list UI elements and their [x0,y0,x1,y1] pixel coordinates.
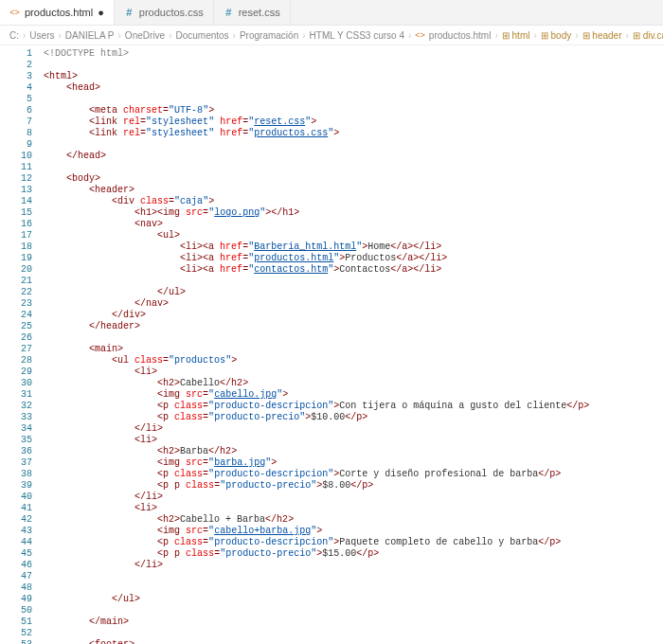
code-line[interactable]: <meta charset="UTF-8"> [44,105,663,116]
chevron-right-icon: › [233,30,236,41]
chevron-right-icon: › [408,30,411,41]
code-line[interactable]: <li><a href="productos.html">Productos</… [44,253,663,264]
code-line[interactable]: </header> [44,321,663,332]
breadcrumb-segment[interactable]: C: [9,30,19,41]
code-line[interactable] [44,605,663,617]
code-line[interactable]: <ul class="productos"> [44,355,663,367]
code-line[interactable]: </ul> [44,287,663,298]
code-line[interactable]: <header> [44,185,663,196]
code-line[interactable]: </ul> [44,594,663,605]
code-line[interactable] [44,276,663,287]
code-line[interactable]: <li> [44,367,663,378]
tab-reset-css[interactable]: #reset.css [214,0,291,25]
code-line[interactable]: <img src="cabello+barba.jpg"> [44,526,663,537]
code-line[interactable]: <link rel="stylesheet" href="productos.c… [44,128,663,139]
code-line[interactable]: </li> [44,560,663,571]
code-line[interactable]: <img src="cabello.jpg"> [44,389,663,401]
breadcrumb-symbol[interactable]: ⊞ body [541,30,571,41]
chevron-right-icon: › [118,30,121,41]
breadcrumb-symbol[interactable]: ⊞ div.caja [633,30,663,41]
code-line[interactable] [44,60,663,71]
chevron-right-icon: › [23,30,26,41]
code-line[interactable]: <p class="producto-descripcion">Paquete … [44,537,663,548]
code-area[interactable]: <!DOCTYPE html><html> <head> <meta chars… [40,45,663,644]
code-line[interactable]: <p class="producto-descripcion">Corte y … [44,469,663,480]
code-line[interactable] [44,332,663,344]
chevron-right-icon: › [494,30,497,41]
code-line[interactable] [44,139,663,151]
tab-productos-html[interactable]: <>productos.html● [0,0,115,25]
chevron-right-icon: › [626,30,629,41]
code-line[interactable]: <head> [44,82,663,94]
line-gutter: 1234567891011121314151617181920212223242… [0,45,40,644]
code-line[interactable] [44,162,663,173]
code-line[interactable]: <li> [44,503,663,514]
code-line[interactable]: <li> [44,435,663,446]
chevron-right-icon: › [302,30,305,41]
tab-label: productos.css [139,7,204,18]
code-line[interactable]: <h2>Barba</h2> [44,446,663,457]
breadcrumb: C: › Users › DANIELA P › OneDrive › Docu… [0,26,663,45]
code-line[interactable]: <h1><img src="logo.png"></h1> [44,207,663,219]
code-line[interactable]: <html> [44,71,663,82]
code-line[interactable]: <ul> [44,230,663,242]
code-line[interactable]: </li> [44,423,663,435]
code-line[interactable]: <p class="producto-descripcion">Con tije… [44,401,663,412]
code-line[interactable]: </nav> [44,298,663,310]
breadcrumb-segment[interactable]: Users [29,30,54,41]
breadcrumb-symbol[interactable]: ⊞ html [502,30,530,41]
code-line[interactable]: <li><a href="contactos.htm">Contactos</a… [44,264,663,276]
code-line[interactable]: <img src="barba.jpg"> [44,457,663,469]
breadcrumb-segment[interactable]: HTML Y CSS3 curso 4 [310,30,404,41]
chevron-right-icon: › [169,30,171,41]
breadcrumb-file[interactable]: productos.html [429,30,492,41]
code-line[interactable]: <p p class="producto-precio">$8.00</p> [44,480,663,492]
code-line[interactable] [44,571,663,582]
tab-label: productos.html [25,7,93,18]
html-file-icon: <> [9,8,20,18]
html-file-icon: <> [415,30,425,41]
code-line[interactable] [44,628,663,639]
code-line[interactable] [44,94,663,105]
breadcrumb-segment[interactable]: DANIELA P [65,30,115,41]
breadcrumb-segment[interactable]: Documentos [175,30,228,41]
chevron-right-icon: › [575,30,578,41]
code-line[interactable]: <nav> [44,219,663,230]
code-line[interactable]: </main> [44,617,663,628]
code-line[interactable]: </div> [44,310,663,321]
code-editor[interactable]: 1234567891011121314151617181920212223242… [0,45,663,644]
code-line[interactable]: <h2>Cabello</h2> [44,378,663,389]
tab-label: reset.css [239,7,280,18]
tab-productos-css[interactable]: #productos.css [115,0,214,25]
code-line[interactable]: </head> [44,151,663,162]
code-line[interactable]: <p class="producto-precio">$10.00</p> [44,412,663,423]
breadcrumb-segment[interactable]: Programación [240,30,298,41]
code-line[interactable]: <main> [44,344,663,355]
editor-tabs: <>productos.html●#productos.css#reset.cs… [0,0,663,26]
chevron-right-icon: › [533,30,536,41]
dirty-indicator-icon: ● [98,7,104,18]
code-line[interactable]: <div class="caja"> [44,196,663,207]
code-line[interactable]: <footer> [44,639,663,644]
css-file-icon: # [124,8,134,18]
code-line[interactable]: <li><a href="Barberia_html.html">Home</a… [44,242,663,253]
code-line[interactable]: </li> [44,492,663,503]
chevron-right-icon: › [58,30,61,41]
breadcrumb-segment[interactable]: OneDrive [125,30,165,41]
css-file-icon: # [224,8,234,18]
code-line[interactable]: <body> [44,173,663,185]
breadcrumb-symbol[interactable]: ⊞ header [582,30,622,41]
code-line[interactable]: <p p class="producto-precio">$15.00</p> [44,548,663,560]
code-line[interactable]: <!DOCTYPE html> [44,48,663,60]
code-line[interactable]: <h2>Cabello + Barba</h2> [44,514,663,526]
code-line[interactable] [44,582,663,594]
code-line[interactable]: <link rel="stylesheet" href="reset.css"> [44,116,663,128]
